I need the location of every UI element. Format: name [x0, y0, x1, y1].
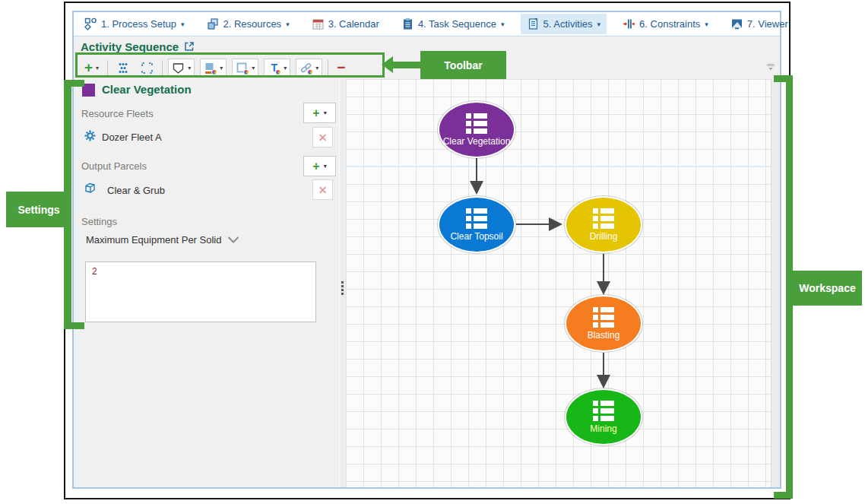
tab-process-setup[interactable]: 1. Process Setup ▾	[78, 14, 191, 34]
minus-icon: −	[337, 60, 345, 75]
chevron-down-icon: ▾	[501, 21, 505, 28]
constraints-icon	[623, 17, 635, 30]
add-output-parcel-button[interactable]: + ▾	[303, 156, 336, 176]
chevron-down-icon: ▾	[286, 21, 290, 28]
activity-list-icon	[466, 208, 487, 229]
activity-list-icon	[466, 113, 487, 134]
fill-color-button[interactable]: ▾	[200, 59, 227, 77]
viewer-icon	[730, 17, 743, 30]
auto-layout-button[interactable]	[113, 59, 132, 77]
setting-dropdown-label: Maximum Equipment Per Solid	[86, 234, 221, 246]
node-clear-topsoil[interactable]: Clear Topsoil	[438, 196, 515, 253]
vertical-scrollbar[interactable]	[771, 79, 780, 487]
open-in-new-window-icon[interactable]	[183, 40, 195, 52]
chevron-down-icon: ▾	[324, 109, 327, 116]
node-clear-vegetation[interactable]: Clear Vegetation	[438, 101, 515, 158]
node-label: Drilling	[590, 231, 618, 242]
setting-value-input[interactable]: 2	[85, 262, 316, 322]
node-drilling[interactable]: Drilling	[565, 196, 642, 253]
workspace-canvas[interactable]: Clear Vegetation Clear Topsoil	[346, 79, 780, 487]
tab-label: 4. Task Sequence	[418, 18, 496, 30]
close-icon: ✕	[318, 184, 328, 196]
node-shape-button[interactable]: ▾	[168, 59, 195, 77]
color-wheel-dot	[307, 69, 313, 75]
border-color-button[interactable]: ▾	[232, 59, 258, 77]
node-blasting[interactable]: Blasting	[565, 295, 642, 352]
tab-calendar[interactable]: 3. Calendar	[306, 14, 385, 34]
tab-viewer[interactable]: 7. Viewer	[724, 14, 794, 34]
node-label: Clear Vegetation	[443, 136, 511, 147]
activity-list-icon	[593, 208, 614, 229]
activity-list-icon	[593, 307, 614, 328]
collapse-ribbon-icon[interactable]	[766, 61, 775, 74]
toolbar-separator	[107, 60, 108, 75]
chevron-down-icon: ▾	[597, 21, 601, 28]
chevron-down-icon: ▾	[284, 65, 287, 71]
toolbar-separator	[162, 60, 163, 75]
tab-activities[interactable]: 5. Activities ▾	[521, 14, 607, 34]
node-label: Mining	[590, 423, 616, 434]
settings-annotation-bracket-cap	[64, 322, 84, 329]
fit-to-screen-button[interactable]	[138, 59, 157, 77]
workspace-annotation-bracket-cap	[774, 75, 793, 82]
tab-label: 2. Resources	[223, 18, 282, 30]
output-parcel-item[interactable]: Clear & Grub	[107, 185, 165, 196]
gear-icon	[84, 129, 97, 142]
calendar-icon	[312, 17, 325, 30]
add-node-button[interactable]: + ▾	[81, 59, 102, 77]
plus-icon: +	[84, 60, 93, 75]
close-icon: ✕	[318, 132, 328, 144]
tab-label: 1. Process Setup	[101, 18, 176, 30]
chevron-down-icon: ▾	[188, 65, 191, 71]
splitter-grip-icon	[341, 281, 344, 295]
chevron-down-icon: ▾	[315, 65, 318, 71]
link-color-button[interactable]: ▾	[296, 59, 322, 77]
tab-constraints[interactable]: 6. Constraints ▾	[616, 14, 714, 34]
toolbar-annotation-label: Toolbar	[420, 51, 506, 79]
remove-button[interactable]: −	[334, 59, 348, 77]
tab-label: 7. Viewer	[747, 18, 788, 30]
chevron-down-icon: ▾	[705, 21, 708, 28]
color-wheel-dot	[243, 69, 249, 75]
shape-pentagon-icon	[172, 62, 185, 74]
workspace-annotation-label: Workspace	[793, 271, 862, 306]
chevron-down-icon: ▾	[324, 163, 327, 170]
link-color-icon	[299, 62, 312, 74]
settings-panel: Clear Vegetation Resource Fleets + ▾ Doz…	[74, 79, 339, 487]
activity-list-icon	[593, 401, 614, 421]
text-color-button[interactable]: T ▾	[264, 59, 290, 77]
tab-label: 6. Constraints	[639, 18, 700, 30]
chevron-down-icon: ▾	[96, 65, 99, 71]
fit-to-screen-icon	[141, 62, 154, 74]
node-label: Blasting	[588, 330, 620, 341]
tab-resources[interactable]: 2. Resources ▾	[201, 14, 296, 34]
tab-label: 3. Calendar	[328, 18, 379, 30]
remove-resource-fleet-button[interactable]: ✕	[312, 127, 333, 147]
resource-fleet-item[interactable]: Dozer Fleet A	[102, 132, 162, 143]
workspace-annotation-bracket-cap	[774, 492, 793, 499]
app-window: 1. Process Setup ▾ 2. Resources ▾ 3. Cal…	[72, 11, 781, 489]
task-sequence-icon	[401, 17, 414, 30]
main-content: Clear Vegetation Resource Fleets + ▾ Doz…	[74, 79, 780, 487]
add-resource-fleet-button[interactable]: + ▾	[303, 103, 336, 123]
fill-color-icon	[204, 62, 217, 74]
main-tab-bar: 1. Process Setup ▾ 2. Resources ▾ 3. Cal…	[74, 12, 780, 36]
node-label: Clear Topsoil	[450, 231, 502, 242]
resource-fleets-label: Resource Fleets	[81, 108, 154, 119]
activity-title: Clear Vegetation	[102, 83, 192, 96]
remove-output-parcel-button[interactable]: ✕	[312, 179, 333, 200]
chevron-down-icon: ▾	[252, 65, 255, 71]
border-color-icon	[236, 62, 249, 74]
panel-splitter[interactable]	[339, 79, 346, 487]
toolbar-annotation-arrow	[391, 62, 422, 68]
node-mining[interactable]: Mining	[565, 388, 642, 445]
plus-icon: +	[312, 161, 319, 172]
tab-task-sequence[interactable]: 4. Task Sequence ▾	[395, 14, 511, 34]
chevron-down-icon: ▾	[220, 65, 223, 71]
layout-dots-icon	[116, 62, 129, 74]
setting-dropdown[interactable]: Maximum Equipment Per Solid	[86, 234, 239, 246]
settings-annotation-bracket-cap	[64, 80, 84, 87]
workspace-annotation-bracket	[786, 75, 793, 499]
cube-icon	[84, 182, 97, 195]
activities-icon	[527, 17, 540, 30]
